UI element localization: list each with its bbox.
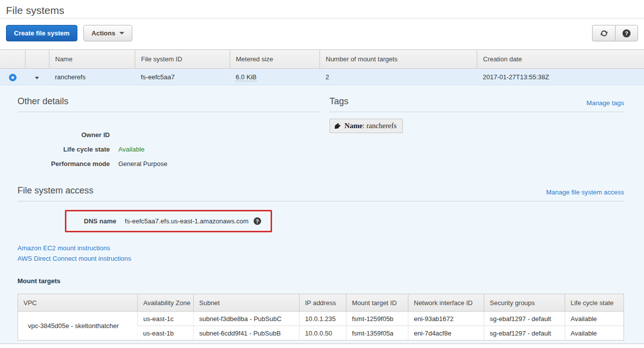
mt-mount-target-id-value: fsmt-1259f05b [346, 312, 408, 326]
tags-heading: Tags [329, 96, 587, 107]
direct-connect-mount-instructions-link[interactable]: AWS Direct Connect mount instructions [17, 253, 624, 264]
mt-ip-value: 10.0.0.50 [300, 326, 346, 341]
mt-life-cycle-state-value: Available [565, 326, 624, 341]
detail-row-owner-id: Owner ID [17, 131, 320, 139]
mt-col-life-cycle-state: Life cycle state [565, 294, 624, 312]
tag-chip-name: Name: rancherefs [329, 119, 403, 133]
manage-tags-link[interactable]: Manage tags [587, 99, 624, 107]
mt-row-us-east-1c: vpc-3845d05e - skeltonthatcher us-east-1… [18, 312, 624, 326]
dns-annotation-box: DNS name fs-eefc5aa7.efs.us-east-1.amazo… [65, 210, 272, 232]
detail-row-life-cycle-state: Life cycle state Available [17, 146, 320, 153]
fs-row-select-cell [0, 69, 25, 85]
mt-col-security-groups: Security groups [484, 294, 565, 312]
mt-subnet-value: subnet-f3dbe8ba - PubSubC [194, 312, 300, 326]
create-file-system-button[interactable]: Create file system [6, 25, 77, 41]
owner-id-label: Owner ID [17, 131, 110, 139]
other-details-section: Other details Owner ID Life cycle state … [17, 85, 320, 174]
row-expand-caret-icon[interactable] [35, 77, 39, 79]
mt-network-interface-id-value: eni-7d4acf8e [408, 326, 484, 341]
fs-col-creation-date[interactable]: Creation date [477, 50, 644, 69]
tag-separator: : [362, 122, 366, 130]
tag-value: rancherefs [366, 122, 396, 130]
other-details-heading: Other details [17, 96, 320, 107]
refresh-icon [600, 29, 608, 37]
tag-icon [334, 123, 341, 129]
mt-table-header-row: VPC Availability Zone Subnet IP address … [18, 294, 624, 312]
actions-button-label: Actions [91, 29, 115, 37]
actions-button[interactable]: Actions [83, 25, 132, 41]
fs-row-expand-cell [25, 69, 49, 85]
fs-row-name: rancherefs [49, 69, 135, 85]
mt-subnet-value: subnet-6cdd9f41 - PubSubB [194, 326, 300, 341]
mt-col-subnet: Subnet [194, 294, 300, 312]
mt-col-network-interface-id: Network interface ID [408, 294, 484, 312]
mt-mount-target-id-value: fsmt-1359f05a [346, 326, 408, 341]
mt-col-ip: IP address [300, 294, 346, 312]
performance-mode-value: General Purpose [118, 160, 167, 168]
mt-network-interface-id-value: eni-93ab1672 [408, 312, 484, 326]
life-cycle-state-label: Life cycle state [17, 146, 110, 153]
row-radio-selected[interactable] [9, 74, 16, 81]
dns-name-value: fs-eefc5aa7.efs.us-east-1.amazonaws.com [125, 217, 249, 225]
mount-targets-table: VPC Availability Zone Subnet IP address … [17, 294, 624, 341]
caret-down-icon [119, 32, 124, 34]
tag-key: Name [344, 122, 362, 130]
fs-row-id: fs-eefc5aa7 [135, 69, 230, 85]
mt-col-vpc: VPC [18, 294, 138, 312]
fs-col-select [0, 50, 25, 69]
detail-panel: Other details Owner ID Life cycle state … [0, 85, 644, 344]
mt-security-groups-value: sg-ebaf1297 - default [484, 326, 565, 341]
mt-life-cycle-state-value: Available [565, 312, 624, 326]
performance-mode-label: Performance mode [17, 160, 110, 168]
file-system-access-heading: File system access [17, 185, 546, 196]
mt-az-value: us-east-1c [138, 312, 194, 326]
file-systems-table: Name File system ID Metered size Number … [0, 49, 644, 85]
fs-row-creation-date: 2017-01-27T13:55:38Z [477, 69, 644, 85]
fs-table-row-rancherefs[interactable]: rancherefs fs-eefc5aa7 6.0 KiB 2 2017-01… [0, 69, 644, 85]
fs-table-header-row: Name File system ID Metered size Number … [0, 50, 644, 69]
fs-col-metered-size[interactable]: Metered size [230, 50, 320, 69]
table-actions-group: ? [592, 25, 638, 41]
fs-col-expand [25, 50, 49, 69]
mt-az-value: us-east-1b [138, 326, 194, 341]
fs-row-mount-targets: 2 [320, 69, 477, 85]
mt-security-groups-value: sg-ebaf1297 - default [484, 312, 565, 326]
mt-col-mount-target-id: Mount target ID [346, 294, 408, 312]
mt-ip-value: 10.0.1.235 [300, 312, 346, 326]
detail-row-performance-mode: Performance mode General Purpose [17, 160, 320, 168]
mount-targets-heading: Mount targets [17, 277, 624, 285]
help-icon: ? [623, 29, 631, 37]
life-cycle-state-value: Available [118, 146, 145, 153]
toolbar: Create file system Actions ? [6, 25, 638, 41]
fs-row-metered-size: 6.0 KiB [230, 69, 320, 85]
mt-vpc-value: vpc-3845d05e - skeltonthatcher [18, 312, 138, 341]
ec2-mount-instructions-link[interactable]: Amazon EC2 mount instructions [17, 243, 624, 253]
dns-help-icon[interactable]: ? [254, 217, 261, 225]
metered-size-value[interactable]: 6.0 KiB [236, 73, 257, 81]
refresh-button[interactable] [592, 25, 615, 41]
fs-col-name[interactable]: Name [49, 50, 135, 69]
mt-col-az: Availability Zone [138, 294, 194, 312]
fs-col-id[interactable]: File system ID [135, 50, 230, 69]
dns-name-label: DNS name [84, 217, 116, 225]
fs-col-mount-targets[interactable]: Number of mount targets [320, 50, 477, 69]
page-title: File systems [0, 0, 644, 18]
file-system-access-section: File system access Manage file system ac… [17, 174, 624, 341]
tags-section: Tags Manage tags Name: rancherefs [329, 85, 624, 174]
manage-file-system-access-link[interactable]: Manage file system access [546, 188, 624, 196]
help-button[interactable]: ? [615, 25, 638, 41]
